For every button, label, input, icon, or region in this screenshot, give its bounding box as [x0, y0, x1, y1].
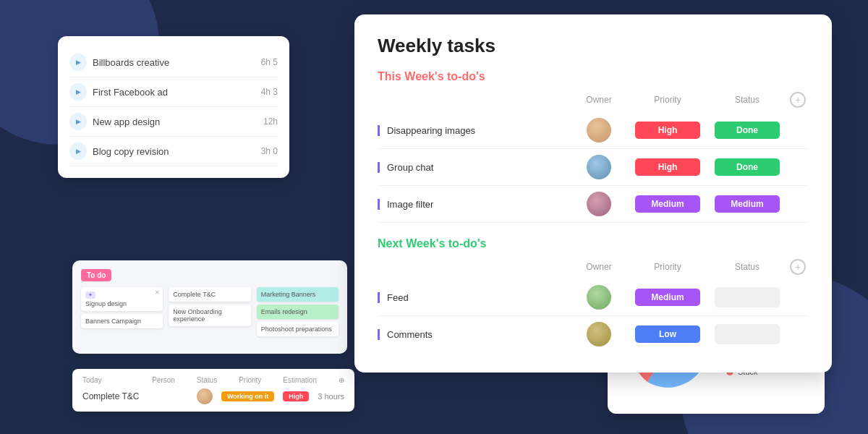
task-name-imagefilter: Image filter [378, 199, 570, 210]
weekly-tasks-card: Weekly tasks This Week's to-do's Owner P… [354, 14, 832, 373]
kanban-ticket[interactable]: Emails redesign [257, 305, 339, 319]
kanban-column-done: Marketing Banners Emails redesign Photos… [257, 287, 339, 345]
estimation-value: 3 hours [318, 392, 344, 401]
next-week-section-title: Next Week's to-do's [378, 237, 809, 250]
kanban-ticket[interactable]: Banners Campaign [81, 314, 163, 328]
play-icon[interactable]: ▶ [69, 54, 87, 71]
col-header-priority: Priority [628, 95, 707, 105]
ticket-name: Emails redesign [261, 308, 334, 315]
status-badge: Done [715, 158, 780, 176]
priority-badge: Medium [635, 195, 700, 213]
today-row: Complete T&C Working on it High 3 hours [82, 388, 344, 404]
kanban-column-todo: ✦ Signup design ✕ Banners Campaign [81, 287, 163, 345]
task-name-disappearing: Disappearing images [378, 125, 570, 136]
ticket-name: Complete T&C [173, 291, 246, 298]
list-item: ▶ First Facebook ad 4h 3 [69, 77, 278, 107]
avatar [587, 118, 611, 142]
kanban-ticket[interactable]: Marketing Banners [257, 287, 339, 302]
table-row: Comments Low [378, 316, 809, 352]
col-header-owner-2: Owner [570, 262, 628, 272]
table-row: Group chat High Done [378, 149, 809, 186]
ticket-name: Banners Campaign [85, 318, 158, 325]
task-name-comments: Comments [378, 329, 570, 340]
list-item: ▶ Blog copy revision 3h 0 [69, 137, 278, 166]
col-priority: Priority [239, 376, 261, 384]
status-empty [715, 324, 780, 344]
table-header-this-week: Owner Priority Status + [378, 92, 809, 112]
priority-badge: Low [635, 326, 700, 343]
col-header-priority-2: Priority [628, 262, 707, 272]
kanban-column-doing: Complete T&C New Onboarding experience [169, 287, 250, 345]
table-header-next-week: Owner Priority Status + [378, 259, 809, 279]
play-icon[interactable]: ▶ [69, 142, 87, 160]
table-row: Disappearing images High Done [378, 112, 809, 149]
task-name: First Facebook ad [93, 87, 168, 98]
task-time: 4h 3 [261, 87, 278, 97]
table-row: Image filter Medium Medium [378, 186, 809, 223]
page-title: Weekly tasks [378, 35, 809, 57]
add-next-task-button[interactable]: + [790, 259, 806, 275]
today-label: Today [82, 376, 102, 384]
task-time: 6h 5 [261, 57, 278, 67]
plus-icon[interactable]: ⊕ [339, 376, 344, 384]
avatar [587, 285, 611, 310]
task-time: 3h 0 [261, 146, 278, 156]
priority-badge: High [283, 391, 309, 401]
task-name-groupchat: Group chat [378, 162, 570, 173]
priority-badge: High [635, 122, 700, 139]
kanban-card: To do ✦ Signup design ✕ Banners Campaign… [72, 260, 347, 354]
task-time: 12h [263, 116, 278, 127]
avatar [587, 192, 611, 216]
col-header-status: Status [707, 95, 787, 105]
task-name-feed: Feed [378, 292, 570, 303]
ticket-name: Signup design [85, 300, 158, 307]
task-name: New app design [93, 116, 160, 127]
list-item: ▶ Billboards creative 6h 5 [69, 48, 278, 77]
kanban-ticket[interactable]: Photoshoot preparations [257, 322, 339, 336]
list-item: ▶ New app design 12h [69, 107, 278, 137]
status-empty [715, 287, 780, 307]
task-list-card: ▶ Billboards creative 6h 5 ▶ First Faceb… [58, 36, 289, 178]
add-task-button[interactable]: + [790, 92, 806, 108]
col-person: Person [152, 376, 175, 384]
kanban-ticket[interactable]: Complete T&C [169, 287, 250, 302]
ticket-name: Marketing Banners [261, 291, 334, 298]
table-row: Feed Medium [378, 279, 809, 316]
col-status: Status [197, 376, 217, 384]
avatar [587, 155, 611, 179]
col-estimation: Estimation [283, 376, 317, 384]
col-header-owner: Owner [570, 95, 628, 105]
avatar [587, 322, 611, 346]
kanban-ticket[interactable]: New Onboarding experience [169, 305, 250, 326]
col-header-status-2: Status [707, 262, 787, 272]
status-badge: Working on it [221, 391, 274, 401]
kanban-col-title: To do [81, 269, 111, 281]
kanban-ticket[interactable]: ✦ Signup design ✕ [81, 287, 163, 311]
status-badge: Done [715, 122, 780, 139]
ticket-name: Photoshoot preparations [261, 326, 334, 333]
priority-badge: High [635, 158, 700, 176]
task-name: Blog copy revision [93, 146, 169, 157]
today-task-name: Complete T&C [82, 391, 188, 401]
avatar [197, 388, 213, 404]
today-card: Today Person Status Priority Estimation … [72, 369, 354, 412]
status-badge: Medium [715, 195, 780, 213]
task-name: Billboards creative [93, 57, 169, 68]
ticket-name: New Onboarding experience [173, 308, 246, 323]
play-icon[interactable]: ▶ [69, 113, 87, 130]
play-icon[interactable]: ▶ [69, 83, 87, 101]
priority-badge: Medium [635, 289, 700, 306]
this-week-section-title: This Week's to-do's [378, 70, 809, 83]
